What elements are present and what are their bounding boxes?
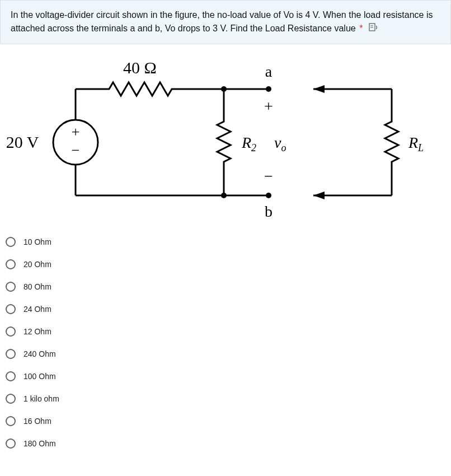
- required-asterisk: *: [359, 24, 363, 33]
- vo-plus: +: [264, 97, 273, 115]
- radio-icon: [6, 282, 16, 292]
- source-minus: −: [72, 142, 80, 158]
- radio-icon: [6, 237, 16, 247]
- option-label: 180 Ohm: [24, 439, 56, 448]
- option-label: 20 Ohm: [24, 260, 51, 269]
- svg-point-15: [266, 86, 271, 92]
- answer-options: 10 Ohm 20 Ohm 80 Ohm 24 Ohm 12 Ohm 240 O…: [0, 231, 451, 455]
- option-24-ohm[interactable]: 24 Ohm: [6, 298, 451, 320]
- option-label: 240 Ohm: [24, 349, 56, 358]
- tts-icon[interactable]: [369, 22, 379, 36]
- svg-point-16: [266, 193, 271, 198]
- option-10-ohm[interactable]: 10 Ohm: [6, 231, 451, 253]
- option-100-ohm[interactable]: 100 Ohm: [6, 365, 451, 388]
- svg-point-14: [221, 193, 227, 198]
- r2-label: R2: [241, 134, 256, 153]
- rl-label: RL: [408, 134, 424, 153]
- radio-icon: [6, 416, 16, 426]
- option-12-ohm[interactable]: 12 Ohm: [6, 320, 451, 343]
- option-16-ohm[interactable]: 16 Ohm: [6, 410, 451, 432]
- radio-icon: [6, 349, 16, 359]
- radio-icon: [6, 371, 16, 381]
- terminal-b-label: b: [265, 203, 273, 220]
- vo-minus: −: [264, 167, 273, 185]
- option-80-ohm[interactable]: 80 Ohm: [6, 276, 451, 298]
- radio-icon: [6, 259, 16, 269]
- radio-icon: [6, 394, 16, 404]
- option-label: 24 Ohm: [24, 305, 51, 314]
- question-prompt: In the voltage-divider circuit shown in …: [0, 0, 451, 44]
- circuit-figure: + − 40 Ω 20 V R2 vo RL a b + −: [0, 44, 451, 231]
- option-label: 12 Ohm: [24, 327, 51, 336]
- option-label: 16 Ohm: [24, 417, 51, 426]
- radio-icon: [6, 304, 16, 314]
- option-180-ohm[interactable]: 180 Ohm: [6, 432, 451, 455]
- option-label: 100 Ohm: [24, 372, 56, 381]
- vo-label: vo: [274, 134, 286, 153]
- option-label: 1 kilo ohm: [24, 394, 59, 403]
- option-label: 10 Ohm: [24, 237, 51, 246]
- svg-point-13: [221, 86, 227, 92]
- terminal-a-label: a: [265, 63, 273, 80]
- option-240-ohm[interactable]: 240 Ohm: [6, 343, 451, 365]
- option-1-kilo-ohm[interactable]: 1 kilo ohm: [6, 388, 451, 410]
- option-label: 80 Ohm: [24, 282, 51, 291]
- svg-marker-22: [313, 192, 325, 199]
- r1-label: 40 Ω: [123, 58, 157, 77]
- source-voltage-label: 20 V: [6, 133, 39, 151]
- radio-icon: [6, 438, 16, 449]
- source-plus: +: [72, 124, 80, 140]
- option-20-ohm[interactable]: 20 Ohm: [6, 253, 451, 276]
- radio-icon: [6, 326, 16, 337]
- svg-marker-21: [313, 85, 325, 93]
